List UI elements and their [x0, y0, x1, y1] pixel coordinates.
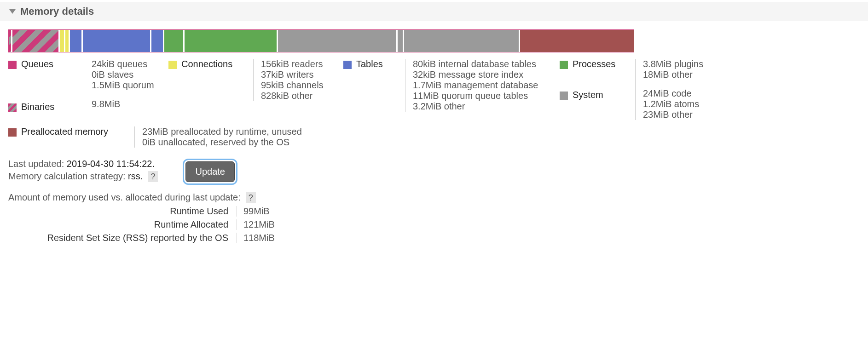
- rss-label: Resident Set Size (RSS) reported by the …: [8, 233, 228, 243]
- memory-table: Runtime Used 99MiB Runtime Allocated 121…: [8, 206, 860, 243]
- swatch-queues-icon: [8, 61, 17, 69]
- legend-processes: Processes: [560, 59, 628, 69]
- strategy-label: Memory calculation strategy:: [8, 171, 128, 181]
- value: 1.5MiB quorum: [92, 80, 166, 91]
- help-icon[interactable]: ?: [148, 171, 158, 182]
- swatch-tables-icon: [343, 61, 352, 69]
- help-icon[interactable]: ?: [246, 192, 256, 203]
- swatch-processes-icon: [560, 61, 568, 69]
- legend-tables-label: Tables: [356, 59, 398, 69]
- table-row: Runtime Allocated 121MiB: [8, 219, 860, 230]
- legend-tables: Tables: [343, 59, 398, 69]
- collapse-icon: [9, 9, 16, 14]
- legend-prealloc: Preallocated memory: [8, 126, 127, 137]
- value: 23MiB other: [643, 109, 709, 120]
- value: 18MiB other: [643, 69, 709, 80]
- bar-segment: [185, 30, 278, 52]
- value: 0iB unallocated, reserved by the OS: [142, 137, 302, 148]
- value: 95kiB channels: [261, 80, 341, 91]
- legend-prealloc-label: Preallocated memory: [21, 126, 127, 137]
- bar-segment: [12, 30, 60, 52]
- strategy: Memory calculation strategy: rss. ?: [8, 171, 158, 182]
- bar-segment: [164, 30, 185, 52]
- legend-queues-label: Queues: [21, 59, 76, 69]
- memory-details-panel: Memory details Queues Binaries 24ki: [0, 2, 868, 260]
- bar-segment: [9, 30, 12, 52]
- legend-prealloc-values: 23MiB preallocated by runtime, unused 0i…: [134, 126, 302, 148]
- legend-connections-values: 156kiB readers 37kiB writers 95kiB chann…: [253, 59, 341, 101]
- value: 9.8MiB: [92, 99, 166, 109]
- value: 3.2MiB other: [413, 101, 557, 112]
- swatch-binaries-icon: [8, 103, 17, 112]
- value: 3.8MiB plugins: [643, 59, 709, 69]
- swatch-prealloc-icon: [8, 128, 17, 137]
- bar-segment: [151, 30, 164, 52]
- value: 80kiB internal database tables: [413, 59, 557, 69]
- legend-queues: Queues: [8, 59, 76, 69]
- value: 23MiB preallocated by runtime, unused: [142, 126, 302, 137]
- legend-processes-values: 3.8MiB plugins 18MiB other 24MiB code 1.…: [635, 59, 709, 120]
- runtime-used-value: 99MiB: [237, 206, 273, 217]
- bar-segment: [398, 30, 404, 52]
- bar-segment: [60, 30, 65, 52]
- legend-system-label: System: [573, 90, 628, 100]
- last-updated: Last updated: 2019-04-30 11:54:22.: [8, 159, 158, 169]
- bar-segment: [278, 30, 398, 52]
- value: 32kiB message store index: [413, 69, 557, 80]
- runtime-alloc-value: 121MiB: [237, 219, 275, 230]
- last-updated-label: Last updated:: [8, 159, 67, 169]
- value: 1.2MiB atoms: [643, 99, 709, 109]
- legend-system: System: [560, 90, 628, 100]
- panel-header[interactable]: Memory details: [0, 2, 868, 21]
- panel-content: Queues Binaries 24kiB queues 0iB slaves …: [0, 21, 868, 260]
- bar-segment: [65, 30, 70, 52]
- swatch-connections-icon: [168, 61, 177, 69]
- table-row: Runtime Used 99MiB: [8, 206, 860, 217]
- table-row: Resident Set Size (RSS) reported by the …: [8, 233, 860, 243]
- bar-segment: [520, 30, 634, 52]
- bar-segment: [70, 30, 83, 52]
- rss-value: 118MiB: [237, 233, 275, 243]
- bar-segment: [83, 30, 151, 52]
- update-button[interactable]: Update: [185, 161, 235, 182]
- strategy-value: rss.: [128, 171, 143, 181]
- last-updated-value: 2019-04-30 11:54:22.: [67, 159, 155, 169]
- legend-binaries-label: Binaries: [21, 102, 76, 112]
- swatch-system-icon: [560, 92, 568, 100]
- legend-connections: Connections: [168, 59, 246, 69]
- legend-connections-label: Connections: [181, 59, 246, 69]
- value: 37kiB writers: [261, 69, 341, 80]
- used-vs-alloc-label: Amount of memory used vs. allocated duri…: [8, 192, 241, 202]
- legend-processes-label: Processes: [573, 59, 628, 69]
- memory-bar-chart: [8, 29, 634, 52]
- legend-binaries: Binaries: [8, 102, 76, 112]
- value: 156kiB readers: [261, 59, 341, 69]
- legend-queues-values: 24kiB queues 0iB slaves 1.5MiB quorum 9.…: [84, 59, 166, 109]
- value: 24MiB code: [643, 88, 709, 99]
- legend-tables-values: 80kiB internal database tables 32kiB mes…: [405, 59, 557, 112]
- value: 0iB slaves: [92, 69, 166, 80]
- panel-title: Memory details: [20, 6, 94, 17]
- bar-segment: [404, 30, 520, 52]
- runtime-alloc-label: Runtime Allocated: [8, 219, 228, 230]
- legend-row: Queues Binaries 24kiB queues 0iB slaves …: [8, 59, 860, 120]
- value: 828kiB other: [261, 91, 341, 101]
- runtime-used-label: Runtime Used: [8, 206, 228, 217]
- used-vs-alloc: Amount of memory used vs. allocated duri…: [8, 192, 860, 203]
- value: 1.7MiB management database: [413, 80, 557, 91]
- value: 24kiB queues: [92, 59, 166, 69]
- value: 11MiB quorum queue tables: [413, 91, 557, 101]
